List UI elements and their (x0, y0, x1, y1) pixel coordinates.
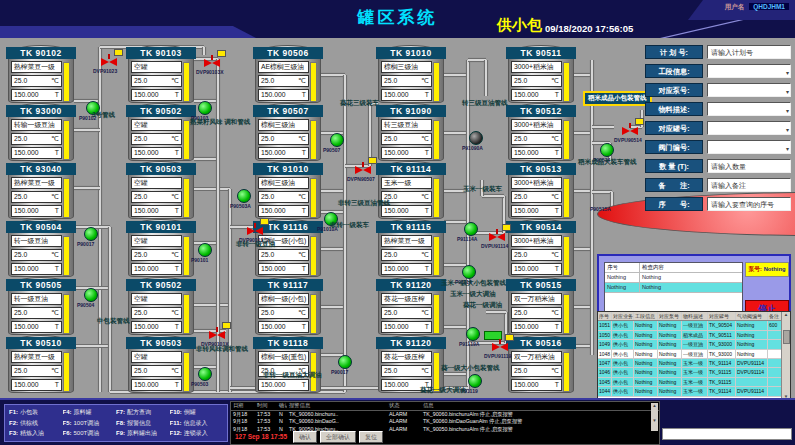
fkey-f7[interactable]: F7:配方查询 (116, 407, 170, 418)
tank-tk-90102[interactable]: TK 90102熟榨菜豆一级25.0℃150.000T (8, 45, 74, 103)
cell: Nothing (736, 321, 768, 329)
ack-all-button[interactable]: 全部确认 (320, 431, 356, 443)
tank-tk-90510[interactable]: TK 90510熟榨菜豆一级25.0℃150.000T (8, 335, 74, 393)
valve-dvpu91119[interactable]: DVPU91119 (492, 343, 508, 352)
tank-tk-90504[interactable]: TK 90504转一级豆油25.0℃150.000T (8, 219, 74, 277)
tank-tk-93000[interactable]: TK 93000转输一级豆油25.0℃150.000T (8, 103, 74, 161)
tank-tk-91114[interactable]: TK 91114玉米一级25.0℃150.000T (378, 161, 444, 219)
pump-p90504[interactable]: P90504 (84, 288, 98, 302)
pipeline-label: 非转一级装车 (330, 221, 369, 230)
table-row[interactable]: 1046供小包NothingNothing玉米一级TK_91115DVPU911… (598, 368, 782, 377)
pump-p91119a[interactable]: P91119A (466, 327, 480, 341)
reset-button[interactable]: 复位 (359, 431, 383, 443)
table-row[interactable]: 1049供小包NothingNothing一级豆油TK_93000Nothing (598, 340, 782, 349)
valve-dvp91023[interactable]: DVP91023 (101, 58, 117, 67)
tank-tk-90512[interactable]: TK 905123000+稻米油25.0℃150.000T (508, 103, 574, 161)
tank-tk-91010[interactable]: TK 91010棕榈三级油25.0℃150.000T (255, 161, 321, 219)
table-row[interactable]: 1044供小包NothingNothing玉米一级TK_91114DVPU911… (598, 387, 782, 396)
pump-p90103[interactable]: P90103 (198, 101, 212, 115)
valve-dvpu90514[interactable]: DVPU90514 (622, 127, 638, 136)
tank-tk-91120[interactable]: TK 91120葵花一级压榨25.0℃150.000T (378, 335, 444, 393)
valve-dvp90101-2[interactable]: DVP90101_2 (247, 227, 263, 236)
status-input-bar[interactable] (662, 428, 792, 440)
tank-tk-90503[interactable]: TK 90503空罐25.0℃150.000T (128, 335, 194, 393)
valve-dvp90101x[interactable]: DVP90101X (209, 331, 225, 340)
tank-tk-90516[interactable]: TK 90516双一万稻米油25.0℃150.000T (508, 335, 574, 393)
form-select[interactable]: ▾ (707, 64, 791, 78)
pump-p90503a[interactable]: P90503A (237, 189, 251, 203)
form-select[interactable]: ▾ (707, 121, 791, 135)
form-input[interactable]: 请输入备注 (707, 178, 791, 192)
valve-dvpn90507[interactable]: DVPN90507 (355, 166, 371, 175)
scrollbar-thumb[interactable] (783, 330, 790, 344)
valve-stem (216, 327, 218, 332)
fkey-f1[interactable]: F1:小包装 (9, 407, 63, 418)
pump-p90503[interactable]: P90503 (198, 367, 212, 381)
tank-temperature: 25.0℃ (511, 365, 562, 377)
form-input[interactable]: 请输入数量 (707, 159, 791, 173)
fkey-f4[interactable]: F4:原料罐 (63, 407, 117, 418)
tank-tk-90101[interactable]: TK 90101空罐25.0℃150.000T (128, 219, 194, 277)
fkey-f12[interactable]: F12:连锁录入 (170, 428, 224, 439)
tank-tk-90103[interactable]: TK 90103空罐25.0℃150.000T (128, 45, 194, 103)
table-row[interactable]: 1050供小包NothingNothing稻米成品TK_90511Nothing (598, 331, 782, 340)
tank-tk-90502[interactable]: TK 90502空罐25.0℃150.000T (128, 103, 194, 161)
tank-tk-90506[interactable]: TK 90506AE棕榈三级油25.0℃150.000T (255, 45, 321, 103)
pump-p90017[interactable]: P90017 (338, 355, 352, 369)
tank-tk-90515[interactable]: TK 90515双一万稻米油25.0℃150.000T (508, 277, 574, 335)
pump-p91114a[interactable]: P91114A (464, 222, 478, 236)
table-row[interactable]: 1051供小包NothingNothing一级豆油TK_90504Nothing… (598, 321, 782, 330)
check-table-row[interactable]: NothingNothing (605, 283, 742, 293)
fkey-f5[interactable]: F5:100T调油 (63, 418, 117, 429)
tank-tk-91120[interactable]: TK 91120葵花一级压榨25.0℃150.000T (378, 277, 444, 335)
fkey-f6[interactable]: F6:500T调油 (63, 428, 117, 439)
pump-p90507[interactable]: P90507 (330, 133, 344, 147)
pump-p91119[interactable]: P91119 (468, 374, 482, 388)
fkey-f2[interactable]: F2:供棕线 (9, 418, 63, 429)
valve-dvpu91114[interactable]: DVPU91114 (489, 233, 505, 242)
tank-tk-91010[interactable]: TK 91010棕榈三级油25.0℃150.000T (378, 45, 444, 103)
fkey-f11[interactable]: F11:信息录入 (170, 418, 224, 429)
pump-p91090a[interactable]: P91090A (469, 131, 483, 145)
tank-tk-90507[interactable]: TK 90507棕榈三级油25.0℃150.000T (255, 103, 321, 161)
valve-dvp90103x[interactable]: DVP90103X (204, 59, 220, 68)
table-row[interactable]: 1048供小包NothingNothing一级豆油TK_93000Nothing (598, 350, 782, 359)
tank-material: 3000+稻米油 (511, 61, 562, 73)
pump-p90101[interactable]: P90101 (198, 243, 212, 257)
tank-tk-90505[interactable]: TK 90505转一级豆油25.0℃150.000T (8, 277, 74, 335)
form-select[interactable]: ▾ (707, 102, 791, 116)
tank-tk-90513[interactable]: TK 905133000+稻米油25.0℃150.000T (508, 161, 574, 219)
pump-p90514[interactable]: P90514 (600, 143, 614, 157)
form-input[interactable]: 请输入计划号 (707, 45, 791, 59)
plan-table-scrollbar[interactable]: ▲▼ (781, 312, 790, 399)
pump-p91114[interactable]: P91114 (462, 265, 476, 279)
form-input[interactable]: 请输入要查询的序号 (707, 197, 791, 211)
alarm-scrollbar[interactable]: ▲▼ (651, 403, 658, 431)
form-select[interactable]: ▾ (707, 140, 791, 154)
tank-tk-90511[interactable]: TK 905113000+稻米油25.0℃150.000T (508, 45, 574, 103)
tank-tk-90503[interactable]: TK 90503空罐25.0℃150.000T (128, 161, 194, 219)
fkey-f3[interactable]: F3:精炼入油 (9, 428, 63, 439)
cell: 1044 (598, 387, 612, 395)
ack-button[interactable]: 确认 (293, 431, 317, 443)
fkey-f10[interactable]: F10:倒罐 (170, 407, 224, 418)
table-row[interactable]: 1047供小包NothingNothing玉米一级TK_91114DVPU911… (598, 359, 782, 368)
fkey-f9[interactable]: F9:原料罐出油 (116, 428, 170, 439)
cell: 1050 (598, 331, 612, 339)
table-row[interactable]: 1045供小包NothingNothing玉米一级TK_91115 (598, 378, 782, 387)
tank-quantity: 150.000T (258, 147, 309, 159)
check-table-row[interactable]: NothingNothing (605, 273, 742, 283)
tank-tk-91115[interactable]: TK 91115熟榨菜豆一级25.0℃150.000T (378, 219, 444, 277)
tank-tk-93040[interactable]: TK 93040熟榨菜豆一级25.0℃150.000T (8, 161, 74, 219)
tank-tk-90502[interactable]: TK 90502空罐25.0℃150.000T (128, 277, 194, 335)
fkey-f8[interactable]: F8:报警信息 (116, 418, 170, 429)
tank-tk-90514[interactable]: TK 905143000+稻米油25.0℃150.000T (508, 219, 574, 277)
pump-p90017[interactable]: P90017 (84, 227, 98, 241)
tank-tk-91117[interactable]: TK 91117棕榈一级(小包)25.0℃150.000T (255, 277, 321, 335)
valve-tag (368, 157, 377, 164)
tank-tk-91118[interactable]: TK 91118棕榈一级(重包)25.0℃150.000T (255, 335, 321, 393)
form-select[interactable]: ▾ (707, 83, 791, 97)
alarm-row[interactable]: 9月1817:53NTK_90060.binDaoG..ALARMTK_9006… (231, 418, 659, 426)
alarm-row[interactable]: 9月1817:53NTK_90060.binchuru..ALARMTK_900… (231, 411, 659, 419)
tank-tk-91090[interactable]: TK 91090转三级豆油25.0℃150.000T (378, 103, 444, 161)
